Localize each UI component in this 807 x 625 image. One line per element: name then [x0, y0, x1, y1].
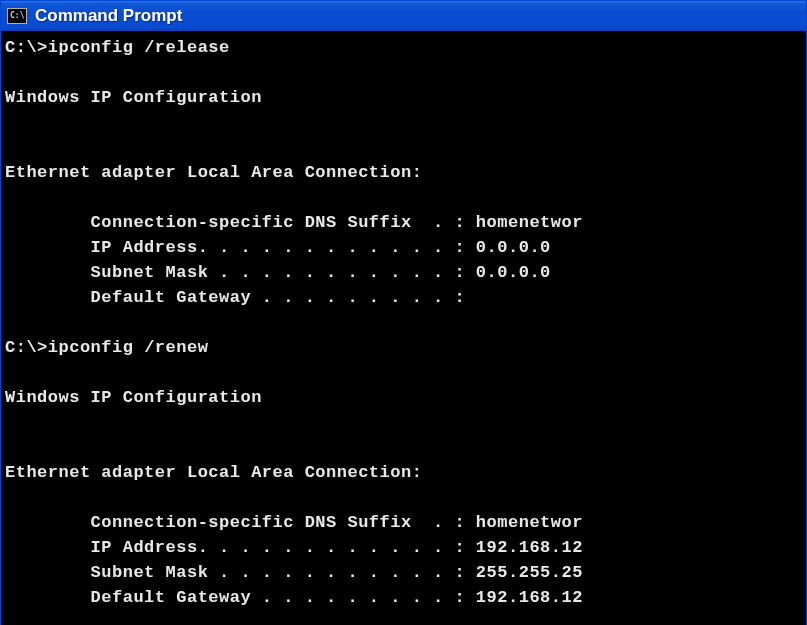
window-title: Command Prompt	[35, 6, 182, 26]
output-line: Default Gateway . . . . . . . . . :	[5, 288, 465, 307]
cmd-icon: C:\	[7, 8, 27, 24]
output-line: Connection-specific DNS Suffix . : homen…	[5, 213, 583, 232]
output-line: Default Gateway . . . . . . . . . : 192.…	[5, 588, 583, 607]
output-line: Windows IP Configuration	[5, 88, 262, 107]
window: C:\ Command Prompt C:\>ipconfig /release…	[0, 0, 807, 625]
output-line: IP Address. . . . . . . . . . . . : 0.0.…	[5, 238, 551, 257]
output-line: Subnet Mask . . . . . . . . . . . : 255.…	[5, 563, 583, 582]
output-line: IP Address. . . . . . . . . . . . : 192.…	[5, 538, 583, 557]
terminal[interactable]: C:\>ipconfig /release Windows IP Configu…	[1, 31, 806, 625]
output-line: Subnet Mask . . . . . . . . . . . : 0.0.…	[5, 263, 551, 282]
output-line: Connection-specific DNS Suffix . : homen…	[5, 513, 583, 532]
output-line: Ethernet adapter Local Area Connection:	[5, 163, 422, 182]
output-line: Windows IP Configuration	[5, 388, 262, 407]
prompt: C:\>	[5, 38, 48, 57]
output-line: Ethernet adapter Local Area Connection:	[5, 463, 422, 482]
prompt: C:\>	[5, 338, 48, 357]
titlebar[interactable]: C:\ Command Prompt	[1, 1, 806, 31]
command-text: ipconfig /renew	[48, 338, 209, 357]
cmd-icon-text: C:\	[10, 12, 24, 20]
command-text: ipconfig /release	[48, 38, 230, 57]
